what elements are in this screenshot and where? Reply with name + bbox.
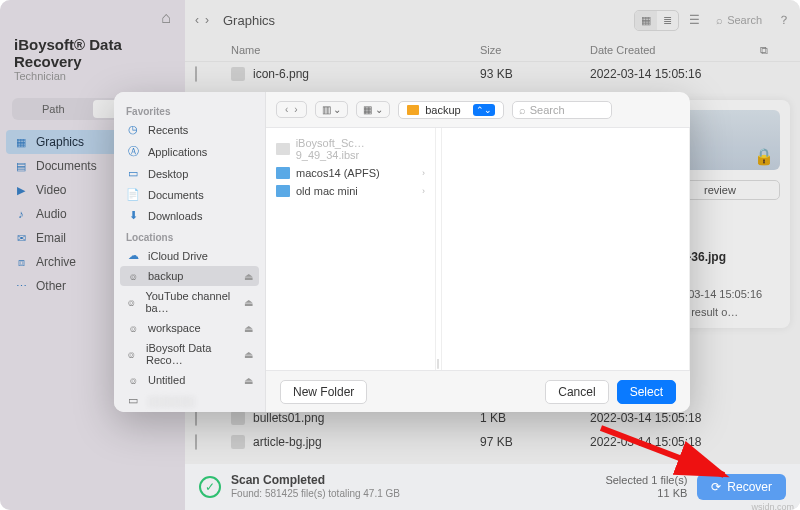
sidebar-item-iboysoft[interactable]: ⌾iBoysoft Data Reco…⏏	[114, 338, 265, 370]
status-title: Scan Completed	[231, 473, 400, 487]
new-folder-button[interactable]: New Folder	[280, 380, 367, 404]
sidebar-item-workspace[interactable]: ⌾workspace⏏	[114, 318, 265, 338]
dialog-nav[interactable]: ‹›	[276, 101, 307, 118]
locations-header: Locations	[114, 226, 265, 245]
column-1: iBoysoft_Sc…9_49_34.ibsr macos14 (APFS)›…	[266, 128, 436, 370]
folder-icon	[276, 185, 290, 197]
sidebar-item-backup[interactable]: ⌾backup⏏	[120, 266, 259, 286]
list-item[interactable]: old mac mini›	[266, 182, 435, 200]
selected-size: 11 KB	[605, 487, 687, 500]
list-item[interactable]: macos14 (APFS)›	[266, 164, 435, 182]
apps-icon: Ⓐ	[126, 144, 140, 159]
desktop-icon: ▭	[126, 167, 140, 180]
cancel-button[interactable]: Cancel	[545, 380, 608, 404]
downloads-icon: ⬇	[126, 209, 140, 222]
chevron-right-icon: ›	[422, 186, 425, 196]
save-dialog: Favorites ◷Recents ⒶApplications ▭Deskto…	[114, 92, 690, 412]
dialog-footer: New Folder Cancel Select	[266, 370, 690, 412]
column-browser[interactable]: iBoysoft_Sc…9_49_34.ibsr macos14 (APFS)›…	[266, 128, 690, 370]
location-popup[interactable]: backup⌃⌄	[398, 101, 503, 119]
drive-icon: ⌾	[126, 374, 140, 386]
drive-icon: ⌾	[126, 270, 140, 282]
recover-icon: ⟳	[711, 480, 721, 494]
eject-icon[interactable]: ⏏	[244, 297, 253, 308]
eject-icon[interactable]: ⏏	[244, 271, 253, 282]
clock-icon: ◷	[126, 123, 140, 136]
dialog-search-input[interactable]: ⌕Search	[512, 101, 612, 119]
column-resize-handle[interactable]	[436, 128, 442, 370]
watermark: wsidn.com	[751, 502, 794, 510]
sidebar-item-documents[interactable]: 📄Documents	[114, 184, 265, 205]
file-icon	[276, 143, 290, 155]
selected-count: Selected 1 file(s)	[605, 474, 687, 487]
folder-icon	[276, 167, 290, 179]
sidebar-item-recents[interactable]: ◷Recents	[114, 119, 265, 140]
monitor-icon: ▭	[126, 394, 140, 407]
dialog-toolbar: ‹› ▥ ⌄ ▦ ⌄ backup⌃⌄ ⌕Search	[266, 92, 690, 128]
drive-icon: ⌾	[126, 348, 138, 360]
chevron-up-down-icon: ⌃⌄	[473, 104, 495, 116]
sidebar-item-downloads[interactable]: ⬇Downloads	[114, 205, 265, 226]
eject-icon[interactable]: ⏏	[244, 323, 253, 334]
group-button[interactable]: ▦ ⌄	[356, 101, 390, 118]
favorites-header: Favorites	[114, 100, 265, 119]
sidebar-item-icloud[interactable]: ☁iCloud Drive	[114, 245, 265, 266]
eject-icon[interactable]: ⏏	[244, 375, 253, 386]
status-bar: ✓ Scan Completed Found: 581425 file(s) t…	[185, 464, 800, 510]
documents-icon: 📄	[126, 188, 140, 201]
sidebar-item-desktop[interactable]: ▭Desktop	[114, 163, 265, 184]
dialog-sidebar: Favorites ◷Recents ⒶApplications ▭Deskto…	[114, 92, 266, 412]
checkmark-icon: ✓	[199, 476, 221, 498]
sidebar-item-blurred[interactable]: ▭░░░░░░	[114, 390, 265, 411]
drive-icon: ⌾	[126, 322, 140, 334]
view-columns-button[interactable]: ▥ ⌄	[315, 101, 349, 118]
sidebar-item-untitled[interactable]: ⌾Untitled⏏	[114, 370, 265, 390]
eject-icon[interactable]: ⏏	[244, 349, 253, 360]
sidebar-item-network[interactable]: ⊚Network	[114, 411, 265, 412]
status-detail: Found: 581425 file(s) totaling 47.1 GB	[231, 487, 400, 501]
chevron-right-icon: ›	[422, 168, 425, 178]
folder-icon	[407, 105, 419, 115]
cloud-icon: ☁	[126, 249, 140, 262]
back-icon[interactable]: ‹	[282, 104, 291, 115]
drive-icon: ⌾	[126, 296, 137, 308]
column-2	[442, 128, 690, 370]
select-button[interactable]: Select	[617, 380, 676, 404]
search-icon: ⌕	[519, 104, 526, 116]
list-item[interactable]: iBoysoft_Sc…9_49_34.ibsr	[266, 134, 435, 164]
sidebar-item-youtube[interactable]: ⌾YouTube channel ba…⏏	[114, 286, 265, 318]
recover-button[interactable]: ⟳Recover	[697, 474, 786, 500]
forward-icon[interactable]: ›	[291, 104, 300, 115]
sidebar-item-applications[interactable]: ⒶApplications	[114, 140, 265, 163]
